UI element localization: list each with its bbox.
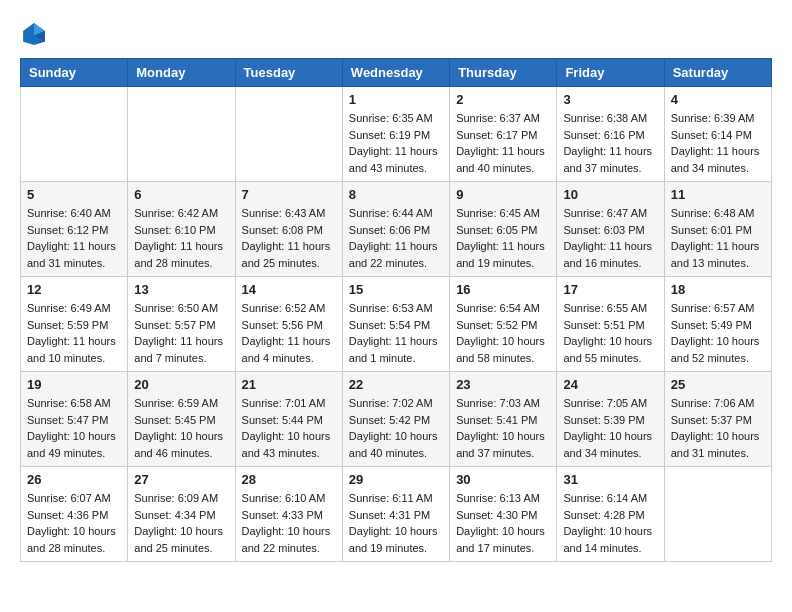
- day-number: 16: [456, 282, 550, 297]
- calendar-cell: 11Sunrise: 6:48 AMSunset: 6:01 PMDayligh…: [664, 182, 771, 277]
- calendar-cell: 31Sunrise: 6:14 AMSunset: 4:28 PMDayligh…: [557, 467, 664, 562]
- calendar-cell: 22Sunrise: 7:02 AMSunset: 5:42 PMDayligh…: [342, 372, 449, 467]
- day-info: Sunrise: 6:43 AMSunset: 6:08 PMDaylight:…: [242, 205, 336, 271]
- column-header-tuesday: Tuesday: [235, 59, 342, 87]
- column-header-saturday: Saturday: [664, 59, 771, 87]
- calendar-cell: 26Sunrise: 6:07 AMSunset: 4:36 PMDayligh…: [21, 467, 128, 562]
- day-number: 7: [242, 187, 336, 202]
- day-number: 19: [27, 377, 121, 392]
- day-number: 21: [242, 377, 336, 392]
- day-info: Sunrise: 6:42 AMSunset: 6:10 PMDaylight:…: [134, 205, 228, 271]
- day-number: 22: [349, 377, 443, 392]
- day-info: Sunrise: 6:13 AMSunset: 4:30 PMDaylight:…: [456, 490, 550, 556]
- calendar-cell: 2Sunrise: 6:37 AMSunset: 6:17 PMDaylight…: [450, 87, 557, 182]
- day-number: 23: [456, 377, 550, 392]
- calendar-cell: 3Sunrise: 6:38 AMSunset: 6:16 PMDaylight…: [557, 87, 664, 182]
- day-info: Sunrise: 6:44 AMSunset: 6:06 PMDaylight:…: [349, 205, 443, 271]
- day-info: Sunrise: 6:45 AMSunset: 6:05 PMDaylight:…: [456, 205, 550, 271]
- column-header-friday: Friday: [557, 59, 664, 87]
- calendar-cell: 15Sunrise: 6:53 AMSunset: 5:54 PMDayligh…: [342, 277, 449, 372]
- day-number: 11: [671, 187, 765, 202]
- calendar-cell: [128, 87, 235, 182]
- calendar-cell: [235, 87, 342, 182]
- calendar-cell: 4Sunrise: 6:39 AMSunset: 6:14 PMDaylight…: [664, 87, 771, 182]
- calendar-cell: [21, 87, 128, 182]
- day-info: Sunrise: 6:11 AMSunset: 4:31 PMDaylight:…: [349, 490, 443, 556]
- column-header-monday: Monday: [128, 59, 235, 87]
- day-number: 13: [134, 282, 228, 297]
- day-number: 12: [27, 282, 121, 297]
- day-number: 20: [134, 377, 228, 392]
- day-info: Sunrise: 6:37 AMSunset: 6:17 PMDaylight:…: [456, 110, 550, 176]
- calendar-cell: 27Sunrise: 6:09 AMSunset: 4:34 PMDayligh…: [128, 467, 235, 562]
- day-number: 31: [563, 472, 657, 487]
- calendar-week-3: 12Sunrise: 6:49 AMSunset: 5:59 PMDayligh…: [21, 277, 772, 372]
- day-number: 18: [671, 282, 765, 297]
- calendar-cell: 18Sunrise: 6:57 AMSunset: 5:49 PMDayligh…: [664, 277, 771, 372]
- calendar-cell: 29Sunrise: 6:11 AMSunset: 4:31 PMDayligh…: [342, 467, 449, 562]
- day-info: Sunrise: 7:02 AMSunset: 5:42 PMDaylight:…: [349, 395, 443, 461]
- day-number: 6: [134, 187, 228, 202]
- calendar-cell: 30Sunrise: 6:13 AMSunset: 4:30 PMDayligh…: [450, 467, 557, 562]
- day-number: 14: [242, 282, 336, 297]
- calendar-cell: 10Sunrise: 6:47 AMSunset: 6:03 PMDayligh…: [557, 182, 664, 277]
- calendar-cell: 16Sunrise: 6:54 AMSunset: 5:52 PMDayligh…: [450, 277, 557, 372]
- day-info: Sunrise: 6:48 AMSunset: 6:01 PMDaylight:…: [671, 205, 765, 271]
- day-info: Sunrise: 6:39 AMSunset: 6:14 PMDaylight:…: [671, 110, 765, 176]
- day-info: Sunrise: 7:01 AMSunset: 5:44 PMDaylight:…: [242, 395, 336, 461]
- column-header-wednesday: Wednesday: [342, 59, 449, 87]
- day-info: Sunrise: 6:53 AMSunset: 5:54 PMDaylight:…: [349, 300, 443, 366]
- column-header-sunday: Sunday: [21, 59, 128, 87]
- day-number: 27: [134, 472, 228, 487]
- calendar-week-1: 1Sunrise: 6:35 AMSunset: 6:19 PMDaylight…: [21, 87, 772, 182]
- calendar-cell: 28Sunrise: 6:10 AMSunset: 4:33 PMDayligh…: [235, 467, 342, 562]
- calendar-week-4: 19Sunrise: 6:58 AMSunset: 5:47 PMDayligh…: [21, 372, 772, 467]
- day-number: 29: [349, 472, 443, 487]
- logo-icon: [20, 20, 48, 48]
- day-info: Sunrise: 6:50 AMSunset: 5:57 PMDaylight:…: [134, 300, 228, 366]
- calendar-cell: 20Sunrise: 6:59 AMSunset: 5:45 PMDayligh…: [128, 372, 235, 467]
- calendar-cell: 5Sunrise: 6:40 AMSunset: 6:12 PMDaylight…: [21, 182, 128, 277]
- day-info: Sunrise: 6:59 AMSunset: 5:45 PMDaylight:…: [134, 395, 228, 461]
- day-info: Sunrise: 7:05 AMSunset: 5:39 PMDaylight:…: [563, 395, 657, 461]
- calendar-week-5: 26Sunrise: 6:07 AMSunset: 4:36 PMDayligh…: [21, 467, 772, 562]
- calendar-cell: 17Sunrise: 6:55 AMSunset: 5:51 PMDayligh…: [557, 277, 664, 372]
- calendar-cell: 12Sunrise: 6:49 AMSunset: 5:59 PMDayligh…: [21, 277, 128, 372]
- day-number: 5: [27, 187, 121, 202]
- calendar-cell: [664, 467, 771, 562]
- day-number: 24: [563, 377, 657, 392]
- day-number: 26: [27, 472, 121, 487]
- day-info: Sunrise: 6:57 AMSunset: 5:49 PMDaylight:…: [671, 300, 765, 366]
- day-info: Sunrise: 6:49 AMSunset: 5:59 PMDaylight:…: [27, 300, 121, 366]
- day-number: 15: [349, 282, 443, 297]
- day-number: 2: [456, 92, 550, 107]
- day-number: 9: [456, 187, 550, 202]
- day-number: 1: [349, 92, 443, 107]
- day-info: Sunrise: 6:09 AMSunset: 4:34 PMDaylight:…: [134, 490, 228, 556]
- column-header-thursday: Thursday: [450, 59, 557, 87]
- calendar-cell: 21Sunrise: 7:01 AMSunset: 5:44 PMDayligh…: [235, 372, 342, 467]
- day-info: Sunrise: 6:10 AMSunset: 4:33 PMDaylight:…: [242, 490, 336, 556]
- calendar-cell: 24Sunrise: 7:05 AMSunset: 5:39 PMDayligh…: [557, 372, 664, 467]
- day-number: 17: [563, 282, 657, 297]
- calendar-cell: 9Sunrise: 6:45 AMSunset: 6:05 PMDaylight…: [450, 182, 557, 277]
- calendar-cell: 6Sunrise: 6:42 AMSunset: 6:10 PMDaylight…: [128, 182, 235, 277]
- day-number: 3: [563, 92, 657, 107]
- calendar-cell: 19Sunrise: 6:58 AMSunset: 5:47 PMDayligh…: [21, 372, 128, 467]
- calendar-cell: 23Sunrise: 7:03 AMSunset: 5:41 PMDayligh…: [450, 372, 557, 467]
- day-info: Sunrise: 6:07 AMSunset: 4:36 PMDaylight:…: [27, 490, 121, 556]
- calendar-table: SundayMondayTuesdayWednesdayThursdayFrid…: [20, 58, 772, 562]
- calendar-cell: 14Sunrise: 6:52 AMSunset: 5:56 PMDayligh…: [235, 277, 342, 372]
- day-number: 25: [671, 377, 765, 392]
- calendar-cell: 25Sunrise: 7:06 AMSunset: 5:37 PMDayligh…: [664, 372, 771, 467]
- day-info: Sunrise: 7:03 AMSunset: 5:41 PMDaylight:…: [456, 395, 550, 461]
- calendar-cell: 7Sunrise: 6:43 AMSunset: 6:08 PMDaylight…: [235, 182, 342, 277]
- day-info: Sunrise: 6:54 AMSunset: 5:52 PMDaylight:…: [456, 300, 550, 366]
- day-info: Sunrise: 6:40 AMSunset: 6:12 PMDaylight:…: [27, 205, 121, 271]
- day-info: Sunrise: 6:38 AMSunset: 6:16 PMDaylight:…: [563, 110, 657, 176]
- day-info: Sunrise: 6:52 AMSunset: 5:56 PMDaylight:…: [242, 300, 336, 366]
- day-info: Sunrise: 6:55 AMSunset: 5:51 PMDaylight:…: [563, 300, 657, 366]
- day-info: Sunrise: 7:06 AMSunset: 5:37 PMDaylight:…: [671, 395, 765, 461]
- day-info: Sunrise: 6:14 AMSunset: 4:28 PMDaylight:…: [563, 490, 657, 556]
- day-number: 10: [563, 187, 657, 202]
